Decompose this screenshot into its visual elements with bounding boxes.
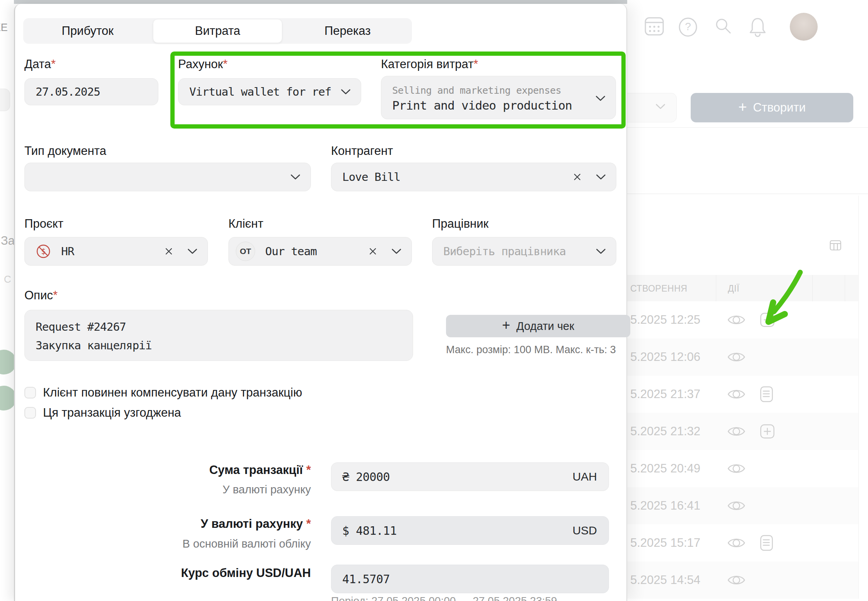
plus-icon: + (502, 317, 510, 333)
row-created-time: 5.2025 16:41 (630, 499, 700, 513)
employee-select[interactable]: Виберіть працівника (432, 237, 616, 266)
tab-transfer[interactable]: Переказ (283, 18, 412, 44)
notifications-icon[interactable] (748, 16, 767, 39)
svg-text:?: ? (685, 21, 691, 33)
currency-code: UAH (573, 470, 597, 483)
row-created-time: 5.2025 20:49 (630, 462, 700, 476)
receipt-hint: Макс. розмір: 100 MB. Макс. к-ть: 3 (446, 344, 616, 356)
avatar[interactable] (790, 13, 818, 41)
bg-left-text-fragment: С (4, 273, 11, 285)
table-row: 5.2025 16:41 (627, 487, 858, 524)
table-row: 5.2025 15:17 (627, 524, 858, 562)
row-created-time: 5.2025 21:37 (630, 387, 700, 401)
create-button-label: Створити (753, 101, 806, 115)
account-label: Рахунок* (178, 57, 228, 71)
doc-type-select[interactable] (24, 163, 311, 191)
view-icon[interactable] (727, 314, 745, 326)
no-budget-icon: $ (36, 244, 51, 259)
view-icon[interactable] (727, 351, 745, 363)
chevron-down-icon (290, 174, 300, 180)
table-row: 5.2025 14:54 (627, 562, 858, 599)
chevron-down-icon (655, 103, 666, 111)
view-icon[interactable] (727, 462, 745, 475)
bg-left-text-fragment: КЕ (0, 22, 8, 34)
client-select[interactable]: OT Our team (228, 237, 412, 266)
view-icon[interactable] (727, 425, 745, 438)
account-select[interactable]: Virtual wallet for ref (178, 78, 361, 105)
column-header-actions: ДІЇ (728, 283, 739, 294)
receipt-list-icon[interactable] (760, 534, 774, 551)
counterparty-select[interactable]: Love Bill (331, 163, 616, 191)
tab-expense[interactable]: Витрата (153, 19, 283, 43)
approved-checkbox-label: Ця транзакція узгоджена (43, 406, 181, 420)
table-settings-icon[interactable] (830, 240, 841, 252)
receipt-list-icon[interactable] (760, 386, 774, 403)
transaction-type-tabs: Прибуток Витрата Переказ (23, 18, 412, 44)
client-label: Клієнт (228, 217, 263, 231)
project-select[interactable]: $ HR (24, 237, 208, 266)
chevron-down-icon (595, 95, 606, 101)
view-icon[interactable] (727, 388, 745, 400)
compensate-checkbox-label: Клієнт повинен компенсувати дану транзак… (43, 386, 302, 400)
table-row: 5.2025 21:37 (627, 376, 858, 413)
add-receipt-icon[interactable] (760, 312, 775, 328)
table-row: 5.2025 20:49 (627, 450, 858, 487)
date-label: Дата* (24, 57, 56, 71)
date-field[interactable]: 27.05.2025 (24, 78, 158, 105)
create-button[interactable]: + Створити (691, 93, 853, 122)
category-group: Selling and marketing expenses (392, 85, 572, 96)
view-icon[interactable] (727, 574, 745, 586)
amount-transaction-label: Сума транзакції * (133, 463, 311, 477)
modal-top-strip (14, 0, 627, 4)
approved-checkbox[interactable] (24, 407, 36, 419)
table-header: СТВОРЕННЯ ДІЇ (627, 275, 858, 301)
amount-account-sublabel: В основній валюті обліку (133, 537, 311, 550)
table-row: 5.2025 12:25 (627, 301, 858, 338)
client-badge: OT (236, 242, 255, 261)
category-value: Print and video production (392, 98, 572, 112)
chevron-down-icon (596, 174, 606, 180)
employee-label: Працівник (432, 217, 489, 231)
app-screen: КЕ За С ? + Створити СТВОРЕННЯ ДІЇ 5.202… (0, 0, 868, 601)
tab-income[interactable]: Прибуток (23, 18, 152, 44)
calculator-icon[interactable] (645, 16, 664, 38)
exchange-rate-label: Курс обміну USD/UAH (133, 566, 311, 580)
row-created-time: 5.2025 15:17 (630, 536, 700, 550)
table-row: 5.2025 21:32 (627, 413, 858, 450)
bg-left-text-fragment: За (1, 234, 15, 248)
clear-icon[interactable] (369, 247, 377, 255)
help-icon[interactable]: ? (678, 17, 698, 39)
add-receipt-button[interactable]: + Додати чек (446, 315, 630, 337)
divider (627, 194, 868, 194)
view-icon[interactable] (727, 537, 745, 549)
compensate-checkbox[interactable] (24, 387, 36, 398)
row-created-time: 5.2025 21:32 (630, 424, 700, 438)
chevron-down-icon (187, 248, 197, 254)
add-receipt-label: Додати чек (516, 320, 574, 333)
row-created-time: 5.2025 12:25 (630, 313, 700, 327)
view-icon[interactable] (727, 500, 745, 512)
add-receipt-icon[interactable] (760, 424, 775, 439)
clear-icon[interactable] (573, 173, 581, 181)
counterparty-label: Контрагент (331, 144, 393, 158)
currency-code: USD (573, 524, 597, 537)
chevron-down-icon (341, 89, 351, 95)
bg-left-field-fragment (0, 89, 10, 111)
column-header-created: СТВОРЕННЯ (630, 283, 687, 294)
description-textarea[interactable]: Request #24267 Закупка канцелярії (24, 310, 413, 361)
description-label: Опис* (24, 288, 58, 302)
transaction-modal: Прибуток Витрата Переказ Дата* 27.05.202… (14, 4, 627, 601)
clear-icon[interactable] (165, 247, 173, 255)
category-label: Категорія витрат* (381, 57, 478, 71)
category-select[interactable]: Selling and marketing expenses Print and… (381, 76, 616, 119)
amount-account-field[interactable]: $ 481.11 USD (331, 516, 609, 545)
project-label: Проєкт (24, 217, 63, 231)
amount-transaction-field[interactable]: ₴ 20000 UAH (331, 462, 609, 491)
exchange-rate-field[interactable]: 41.5707 (331, 565, 609, 593)
chevron-down-icon (596, 248, 606, 254)
divider (627, 127, 868, 128)
search-icon[interactable] (715, 17, 732, 37)
row-created-time: 5.2025 14:54 (630, 573, 700, 587)
table-row: 5.2025 12:06 (627, 338, 858, 376)
chevron-down-icon (391, 248, 401, 254)
